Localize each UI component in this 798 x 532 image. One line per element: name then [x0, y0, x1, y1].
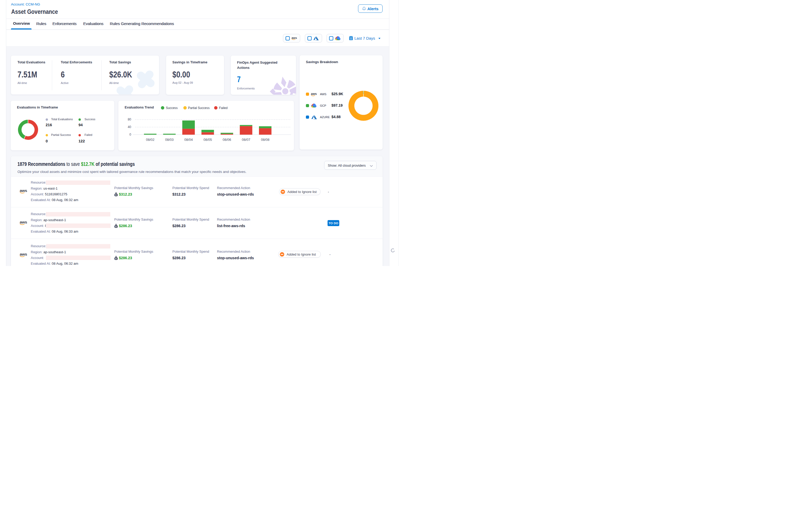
svg-text:08/08: 08/08	[261, 138, 270, 141]
svg-text:$: $	[115, 257, 117, 260]
svg-text:08/07: 08/07	[242, 138, 250, 141]
svg-text:80: 80	[128, 118, 131, 121]
svg-text:aws: aws	[20, 252, 27, 256]
svg-text:$: $	[115, 225, 117, 227]
svg-text:aws: aws	[20, 220, 27, 224]
svg-text:08/02: 08/02	[146, 138, 155, 141]
svg-text:aws: aws	[311, 92, 317, 96]
svg-text:$: $	[115, 193, 117, 196]
svg-text:08/05: 08/05	[204, 138, 212, 141]
svg-text:aws: aws	[20, 188, 27, 193]
svg-text:08/03: 08/03	[165, 138, 174, 141]
svg-text:40: 40	[128, 125, 131, 129]
svg-text:08/06: 08/06	[223, 138, 231, 141]
svg-text:aws: aws	[291, 36, 297, 39]
svg-text:0: 0	[129, 133, 131, 136]
svg-text:08/04: 08/04	[184, 138, 193, 141]
